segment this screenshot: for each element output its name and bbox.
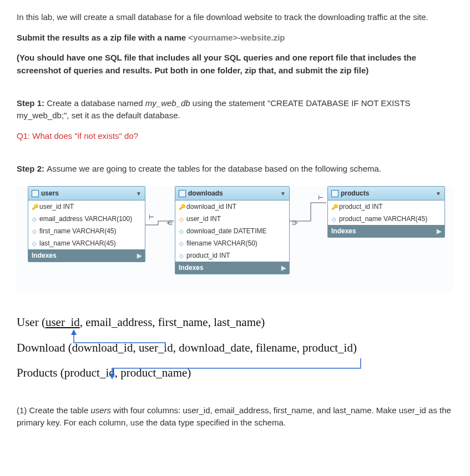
part1-pre: (1) Create the table <box>17 405 90 415</box>
paren-note: (You should have one SQL file that inclu… <box>17 52 453 77</box>
table-products: products ▼ 🔑product_id INT ◇product_name… <box>327 186 445 238</box>
svg-text:⊢: ⊢ <box>318 194 324 201</box>
q1: Q1: What does "if not exists" do? <box>17 130 453 143</box>
table-icon <box>179 190 186 197</box>
diamond-icon: ◇ <box>331 215 337 223</box>
table-downloads: downloads ▼ 🔑download_id INT ◇user_id IN… <box>175 186 290 274</box>
col-product-id: 🔑product_id INT <box>328 201 444 213</box>
table-products-header: products ▼ <box>328 187 444 201</box>
indexes-row: Indexes▶ <box>175 262 289 274</box>
indexes-row: Indexes▶ <box>28 249 145 262</box>
rel-user-rest: , email_address, first_name, last_name) <box>80 315 265 329</box>
col-download-date: ◇download_date DATETIME <box>175 225 289 237</box>
col-download-id: 🔑download_id INT <box>175 201 289 213</box>
arrow-right-icon: ▶ <box>437 227 441 236</box>
diamond-icon: ◇ <box>32 215 37 223</box>
col-filename: ◇filename VARCHAR(50) <box>175 237 289 249</box>
relational-schema-text: User (user_id, email_address, first_name… <box>17 314 453 382</box>
rel-user-entity: User <box>17 315 39 329</box>
table-users-title: users <box>41 188 59 198</box>
table-downloads-cols: 🔑download_id INT ◇user_id INT ◇download_… <box>175 201 289 262</box>
diamond-icon: ◇ <box>32 227 37 236</box>
rel-user-pk: user_id <box>46 315 80 329</box>
step1-pre: Create a database named <box>47 98 145 108</box>
table-users: users ▼ 🔑user_id INT ◇email_address VARC… <box>28 186 145 262</box>
arrow-right-icon: ▶ <box>137 251 141 260</box>
col-product-name: ◇product_name VARCHAR(45) <box>328 213 444 225</box>
intro-paragraph: In this lab, we will create a small data… <box>17 11 453 24</box>
table-icon <box>32 190 39 197</box>
key-icon: 🔑 <box>32 203 37 211</box>
rel-download-line: Download (download_id, user_id, download… <box>17 339 453 357</box>
dropdown-icon: ▼ <box>136 189 141 198</box>
svg-text:⋲: ⋲ <box>166 219 173 226</box>
col-email: ◇email_address VARCHAR(100) <box>28 213 145 225</box>
diamond-icon: ◇ <box>179 227 184 236</box>
step-1: Step 1: Create a database named my_web_d… <box>17 97 453 122</box>
submit-prefix: Submit the results as a zip file with a … <box>17 33 188 42</box>
table-products-title: products <box>341 188 369 198</box>
diamond-icon: ◇ <box>179 215 184 223</box>
step-2: Step 2: Assume we are going to create th… <box>17 163 453 176</box>
arrow-right-icon: ▶ <box>281 263 286 273</box>
col-d-product-id: ◇product_id INT <box>175 249 289 262</box>
svg-text:⊢: ⊢ <box>149 214 154 221</box>
key-icon: 🔑 <box>179 203 184 211</box>
table-products-cols: 🔑product_id INT ◇product_name VARCHAR(45… <box>328 201 444 225</box>
col-lastname: ◇last_name VARCHAR(45) <box>28 237 145 249</box>
submit-line: Submit the results as a zip file with a … <box>17 32 453 44</box>
col-d-user-id: ◇user_id INT <box>175 213 289 225</box>
table-downloads-header: downloads ▼ <box>175 187 289 201</box>
col-firstname: ◇first_name VARCHAR(45) <box>28 225 145 237</box>
filename-placeholder: <yourname>-website.zip <box>188 33 285 42</box>
step2-label: Step 2: <box>17 164 47 173</box>
rel-user-line: User (user_id, email_address, first_name… <box>17 314 453 332</box>
diamond-icon: ◇ <box>179 252 184 260</box>
er-diagram: users ▼ 🔑user_id INT ◇email_address VARC… <box>17 186 453 292</box>
part1-text: (1) Create the table users with four col… <box>17 404 453 429</box>
part1-italic: users <box>90 405 111 415</box>
table-downloads-title: downloads <box>188 188 223 198</box>
col-user-id: 🔑user_id INT <box>28 201 145 213</box>
diamond-icon: ◇ <box>32 239 37 248</box>
svg-text:⋺: ⋺ <box>292 219 298 226</box>
dropdown-icon: ▼ <box>280 189 286 198</box>
rel-products-line: Products (product_id, product_name) <box>17 364 453 382</box>
table-icon <box>331 190 338 197</box>
step1-dbname: my_web_db <box>145 98 190 108</box>
key-icon: 🔑 <box>331 203 337 211</box>
table-users-header: users ▼ <box>28 187 145 201</box>
diamond-icon: ◇ <box>179 239 184 248</box>
dropdown-icon: ▼ <box>436 189 441 198</box>
step2-text: Assume we are going to create the tables… <box>47 164 381 173</box>
table-users-cols: 🔑user_id INT ◇email_address VARCHAR(100)… <box>28 201 145 249</box>
step1-label: Step 1: <box>17 98 47 108</box>
indexes-row: Indexes▶ <box>328 225 444 237</box>
